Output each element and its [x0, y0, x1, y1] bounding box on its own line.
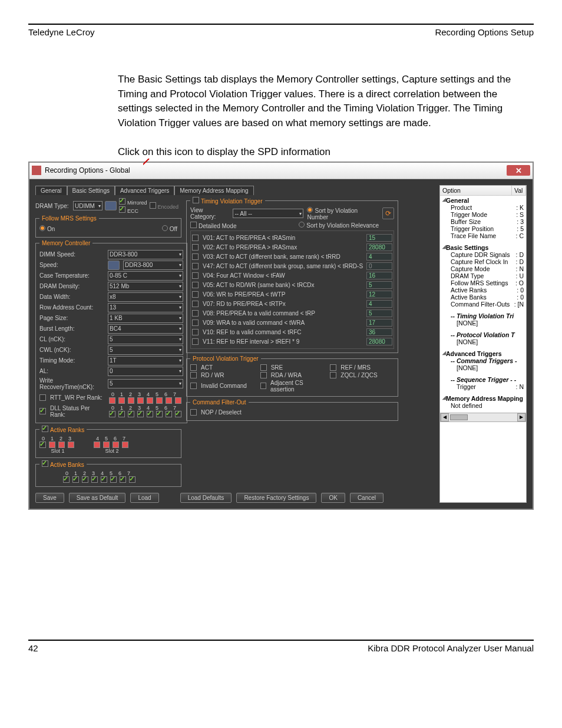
dll-checkbox[interactable] — [39, 408, 46, 414]
mem-field-select-5[interactable]: 13 — [108, 303, 183, 312]
refresh-icon[interactable]: ⟳ — [382, 207, 394, 219]
intro-paragraph: The Basic Settings tab displays the Memo… — [118, 73, 534, 131]
tree-adv[interactable]: Advanced Triggers — [446, 350, 524, 357]
tvt-checkbox[interactable] — [193, 197, 199, 203]
viol-checkbox-8[interactable] — [192, 310, 199, 317]
ok-button[interactable]: OK — [321, 493, 345, 503]
tab-memory-address-mapping[interactable]: Memory Address Mapping — [174, 186, 253, 195]
viol-checkbox-0[interactable] — [192, 235, 199, 241]
mem-field-select-6[interactable]: 1 KB — [108, 314, 183, 323]
close-button[interactable]: ✕ — [507, 165, 530, 176]
tree-basic[interactable]: Basic Settings — [446, 244, 524, 251]
ecc-checkbox[interactable] — [119, 206, 125, 213]
proto-checkbox-0[interactable] — [190, 364, 197, 371]
mrs-on-radio[interactable] — [39, 225, 45, 231]
mirrored-checkbox[interactable] — [119, 198, 125, 205]
tree-general[interactable]: General — [446, 197, 524, 204]
sort-num-radio[interactable] — [307, 207, 313, 213]
encoded-checkbox[interactable] — [150, 202, 156, 209]
ecc-label: ECC — [127, 208, 138, 214]
viol-value-4: 16 — [366, 272, 392, 279]
viol-checkbox-11[interactable] — [192, 338, 199, 345]
spd-icon[interactable] — [105, 201, 117, 210]
active-ranks-legend: Active Ranks — [50, 427, 84, 433]
viol-name-11: V11: REF to REF interval > tREFI * 9 — [203, 338, 364, 345]
active-banks-checkbox[interactable] — [42, 460, 48, 467]
slot2-label: Slot 2 — [94, 448, 130, 454]
dll-label: DLL Status Per Rank: — [50, 405, 107, 418]
viol-checkbox-7[interactable] — [192, 301, 199, 307]
viol-checkbox-5[interactable] — [192, 282, 199, 288]
tree-mam[interactable]: Memory Address Mapping — [446, 395, 524, 402]
nop-checkbox[interactable] — [190, 409, 197, 416]
mrs-on-label: On — [47, 226, 55, 232]
viol-value-11: 28080 — [366, 338, 392, 345]
mem-field-select-8[interactable]: 5 — [108, 335, 183, 344]
mem-field-select-7[interactable]: BC4 — [108, 324, 183, 334]
active-ranks-checkbox[interactable] — [42, 426, 48, 432]
detailed-checkbox[interactable] — [190, 222, 197, 228]
viol-checkbox-6[interactable] — [192, 291, 199, 298]
cancel-button[interactable]: Cancel — [350, 493, 384, 503]
mem-field-select-10[interactable]: 1T — [108, 356, 183, 365]
dram-type-label: DRAM Type: — [35, 203, 71, 209]
mem-field-label-8: CL (nCK): — [39, 336, 105, 342]
mem-field-select-11[interactable]: 0 — [108, 367, 183, 376]
proto-checkbox-1[interactable] — [260, 364, 267, 371]
proto-checkbox-2[interactable] — [330, 364, 336, 371]
recording-options-window: Recording Options - Global ✕ General Bas… — [28, 162, 534, 510]
viol-value-8: 5 — [366, 309, 392, 317]
spd-icon-2[interactable] — [108, 261, 120, 270]
mem-field-select-1[interactable]: DDR3-800 — [123, 261, 183, 270]
mrs-off-radio[interactable] — [162, 225, 168, 231]
viol-checkbox-2[interactable] — [192, 253, 199, 260]
viol-name-3: V47: ACT to ACT (different bank group, s… — [203, 263, 364, 269]
proto-checkbox-5[interactable] — [330, 372, 336, 378]
footer-right: Kibra DDR Protocol Analyzer User Manual — [368, 643, 534, 653]
view-category-select[interactable]: -- All -- — [233, 209, 303, 218]
proto-label-3: RD / WR — [201, 372, 224, 378]
mem-field-select-3[interactable]: 512 Mb — [108, 282, 183, 291]
proto-label-7: Adjacent CS assertion — [270, 380, 324, 393]
viol-checkbox-3[interactable] — [192, 263, 199, 269]
mem-field-label-7: Burst Length: — [39, 325, 105, 332]
proto-checkbox-6[interactable] — [190, 383, 197, 389]
load-defaults-button[interactable]: Load Defaults — [180, 493, 232, 503]
save-button[interactable]: Save — [35, 493, 64, 503]
proto-checkbox-7[interactable] — [260, 383, 266, 389]
rtt-checkbox[interactable] — [39, 394, 46, 401]
window-title: Recording Options - Global — [45, 166, 130, 174]
tree-col-val: Val — [512, 186, 526, 195]
app-icon — [32, 166, 41, 175]
mem-field-select-12[interactable]: 5 — [108, 379, 183, 388]
mrs-legend: Follow MRS Settings — [39, 215, 99, 222]
mirrored-label: Mirrored — [127, 200, 147, 206]
viol-checkbox-9[interactable] — [192, 319, 199, 326]
view-category-label: View Category: — [190, 207, 229, 220]
mem-field-select-4[interactable]: x8 — [108, 292, 183, 302]
tab-basic-settings[interactable]: Basic Settings — [67, 186, 115, 195]
viol-name-7: V07: RD to PRE/PREA < tRTPx — [203, 301, 364, 307]
viol-value-0: 15 — [366, 234, 392, 242]
viol-name-1: V02: ACT to PRE/PREA > tRASmax — [203, 244, 364, 251]
dram-type-select[interactable]: UDIMM — [73, 201, 103, 210]
mem-field-select-2[interactable]: 0-85 C — [108, 271, 183, 281]
viol-name-8: V08: PRE/PREA to a valid command < tRP — [203, 310, 364, 317]
viol-checkbox-4[interactable] — [192, 272, 199, 279]
nop-label: NOP / Deselect — [201, 409, 242, 416]
sort-rel-radio[interactable] — [299, 222, 305, 228]
viol-checkbox-1[interactable] — [192, 244, 199, 251]
tab-advanced-triggers[interactable]: Advanced Triggers — [115, 186, 174, 195]
save-default-button[interactable]: Save as Default — [69, 493, 126, 503]
proto-checkbox-4[interactable] — [260, 372, 267, 378]
load-button[interactable]: Load — [130, 493, 158, 503]
mem-field-select-0[interactable]: DDR3-800 — [108, 250, 183, 259]
viol-checkbox-10[interactable] — [192, 329, 199, 335]
viol-value-10: 36 — [366, 328, 392, 336]
tree-hscroll[interactable]: ◀▶ — [440, 413, 526, 422]
mem-field-label-5: Row Address Count: — [39, 304, 105, 311]
mem-field-select-9[interactable]: 5 — [108, 345, 183, 355]
tab-general[interactable]: General — [35, 186, 67, 195]
proto-checkbox-3[interactable] — [190, 372, 197, 378]
restore-button[interactable]: Restore Factory Settings — [236, 493, 316, 503]
